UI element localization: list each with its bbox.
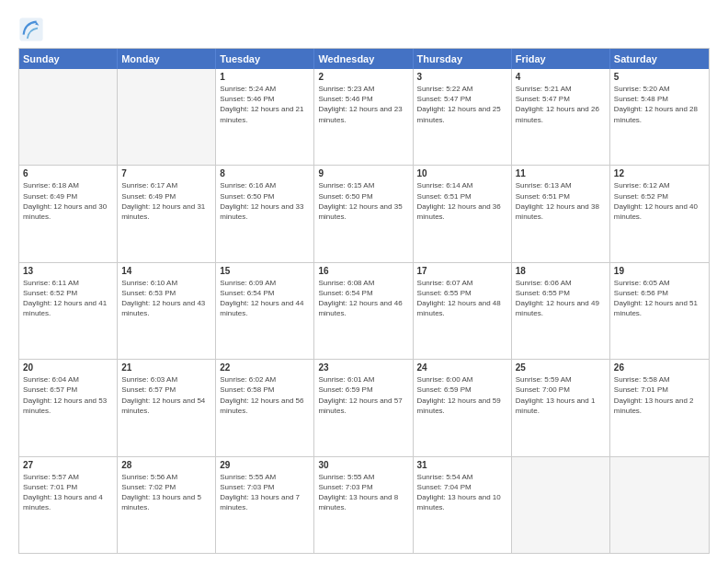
week-row-2: 6Sunrise: 6:18 AM Sunset: 6:49 PM Daylig… [19, 166, 709, 262]
day-info: Sunrise: 6:11 AM Sunset: 6:52 PM Dayligh… [23, 278, 113, 319]
day-cell-3: 3Sunrise: 5:22 AM Sunset: 5:47 PM Daylig… [414, 69, 512, 165]
day-header-saturday: Saturday [610, 49, 709, 69]
day-number: 28 [121, 460, 211, 470]
day-info: Sunrise: 6:08 AM Sunset: 6:54 PM Dayligh… [318, 278, 408, 319]
day-cell-18: 18Sunrise: 6:06 AM Sunset: 6:55 PM Dayli… [512, 263, 610, 359]
day-cell-21: 21Sunrise: 6:03 AM Sunset: 6:57 PM Dayli… [118, 360, 216, 455]
day-cell-14: 14Sunrise: 6:10 AM Sunset: 6:53 PM Dayli… [118, 263, 216, 359]
week-row-1: 1Sunrise: 5:24 AM Sunset: 5:46 PM Daylig… [19, 69, 709, 166]
empty-day-cell [118, 69, 216, 165]
day-cell-9: 9Sunrise: 6:15 AM Sunset: 6:50 PM Daylig… [314, 166, 413, 261]
header [18, 17, 710, 42]
day-cell-20: 20Sunrise: 6:04 AM Sunset: 6:57 PM Dayli… [19, 360, 118, 455]
day-number: 16 [318, 266, 408, 276]
day-header-monday: Monday [118, 49, 216, 69]
day-info: Sunrise: 6:03 AM Sunset: 6:57 PM Dayligh… [121, 374, 211, 416]
empty-day-cell [512, 457, 610, 553]
day-cell-7: 7Sunrise: 6:17 AM Sunset: 6:49 PM Daylig… [118, 166, 216, 261]
day-number: 7 [121, 168, 211, 178]
weeks: 1Sunrise: 5:24 AM Sunset: 5:46 PM Daylig… [19, 69, 709, 553]
day-cell-22: 22Sunrise: 6:02 AM Sunset: 6:58 PM Dayli… [216, 360, 314, 455]
day-cell-5: 5Sunrise: 5:20 AM Sunset: 5:48 PM Daylig… [610, 69, 709, 165]
day-info: Sunrise: 5:24 AM Sunset: 5:46 PM Dayligh… [220, 84, 310, 125]
day-cell-29: 29Sunrise: 5:55 AM Sunset: 7:03 PM Dayli… [216, 457, 314, 553]
day-info: Sunrise: 6:13 AM Sunset: 6:51 PM Dayligh… [516, 180, 606, 222]
day-cell-25: 25Sunrise: 5:59 AM Sunset: 7:00 PM Dayli… [512, 360, 610, 455]
day-number: 1 [220, 72, 310, 82]
day-cell-6: 6Sunrise: 6:18 AM Sunset: 6:49 PM Daylig… [19, 166, 118, 261]
day-number: 25 [516, 362, 606, 373]
empty-day-cell [19, 69, 118, 165]
day-cell-17: 17Sunrise: 6:07 AM Sunset: 6:55 PM Dayli… [414, 263, 512, 359]
day-number: 23 [318, 362, 408, 373]
day-cell-16: 16Sunrise: 6:08 AM Sunset: 6:54 PM Dayli… [314, 263, 413, 359]
day-info: Sunrise: 5:54 AM Sunset: 7:04 PM Dayligh… [417, 472, 507, 513]
day-number: 6 [23, 168, 113, 178]
day-info: Sunrise: 6:18 AM Sunset: 6:49 PM Dayligh… [23, 180, 113, 222]
empty-day-cell [610, 457, 709, 553]
day-cell-4: 4Sunrise: 5:21 AM Sunset: 5:47 PM Daylig… [512, 69, 610, 165]
day-cell-31: 31Sunrise: 5:54 AM Sunset: 7:04 PM Dayli… [414, 457, 512, 553]
day-info: Sunrise: 5:55 AM Sunset: 7:03 PM Dayligh… [220, 472, 310, 513]
day-number: 11 [516, 168, 606, 178]
day-info: Sunrise: 5:58 AM Sunset: 7:01 PM Dayligh… [614, 374, 705, 416]
day-number: 18 [516, 266, 606, 276]
day-header-thursday: Thursday [414, 49, 512, 69]
day-cell-30: 30Sunrise: 5:55 AM Sunset: 7:03 PM Dayli… [314, 457, 413, 553]
day-number: 15 [220, 266, 310, 276]
day-info: Sunrise: 6:05 AM Sunset: 6:56 PM Dayligh… [614, 278, 705, 319]
day-header-sunday: Sunday [19, 49, 118, 69]
day-number: 9 [318, 168, 408, 178]
day-cell-24: 24Sunrise: 6:00 AM Sunset: 6:59 PM Dayli… [414, 360, 512, 455]
day-number: 12 [614, 168, 705, 178]
day-info: Sunrise: 6:15 AM Sunset: 6:50 PM Dayligh… [318, 180, 408, 222]
day-number: 13 [23, 266, 113, 276]
day-number: 22 [220, 362, 310, 373]
day-info: Sunrise: 6:07 AM Sunset: 6:55 PM Dayligh… [417, 278, 507, 319]
page: SundayMondayTuesdayWednesdayThursdayFrid… [0, 0, 728, 563]
day-info: Sunrise: 6:14 AM Sunset: 6:51 PM Dayligh… [417, 180, 507, 222]
day-number: 21 [121, 362, 211, 373]
day-headers: SundayMondayTuesdayWednesdayThursdayFrid… [19, 49, 709, 69]
day-info: Sunrise: 6:06 AM Sunset: 6:55 PM Dayligh… [516, 278, 606, 319]
week-row-5: 27Sunrise: 5:57 AM Sunset: 7:01 PM Dayli… [19, 457, 709, 553]
logo-icon [18, 17, 44, 42]
day-info: Sunrise: 6:16 AM Sunset: 6:50 PM Dayligh… [220, 180, 310, 222]
day-header-friday: Friday [512, 49, 610, 69]
day-cell-2: 2Sunrise: 5:23 AM Sunset: 5:46 PM Daylig… [314, 69, 413, 165]
day-cell-1: 1Sunrise: 5:24 AM Sunset: 5:46 PM Daylig… [216, 69, 314, 165]
day-cell-11: 11Sunrise: 6:13 AM Sunset: 6:51 PM Dayli… [512, 166, 610, 261]
day-cell-27: 27Sunrise: 5:57 AM Sunset: 7:01 PM Dayli… [19, 457, 118, 553]
day-info: Sunrise: 5:57 AM Sunset: 7:01 PM Dayligh… [23, 472, 113, 513]
day-number: 8 [220, 168, 310, 178]
day-info: Sunrise: 6:00 AM Sunset: 6:59 PM Dayligh… [417, 374, 507, 416]
day-info: Sunrise: 5:56 AM Sunset: 7:02 PM Dayligh… [121, 472, 211, 513]
day-info: Sunrise: 6:09 AM Sunset: 6:54 PM Dayligh… [220, 278, 310, 319]
day-number: 5 [614, 72, 705, 82]
day-info: Sunrise: 5:20 AM Sunset: 5:48 PM Dayligh… [614, 84, 705, 125]
day-header-wednesday: Wednesday [314, 49, 413, 69]
day-cell-12: 12Sunrise: 6:12 AM Sunset: 6:52 PM Dayli… [610, 166, 709, 261]
logo [18, 17, 48, 42]
day-number: 29 [220, 460, 310, 470]
day-number: 31 [417, 460, 507, 470]
calendar: SundayMondayTuesdayWednesdayThursdayFrid… [18, 48, 710, 554]
day-number: 30 [318, 460, 408, 470]
day-number: 26 [614, 362, 705, 373]
day-info: Sunrise: 6:04 AM Sunset: 6:57 PM Dayligh… [23, 374, 113, 416]
day-number: 2 [318, 72, 408, 82]
day-info: Sunrise: 6:02 AM Sunset: 6:58 PM Dayligh… [220, 374, 310, 416]
day-info: Sunrise: 6:10 AM Sunset: 6:53 PM Dayligh… [121, 278, 211, 319]
day-number: 19 [614, 266, 705, 276]
day-info: Sunrise: 6:01 AM Sunset: 6:59 PM Dayligh… [318, 374, 408, 416]
day-cell-23: 23Sunrise: 6:01 AM Sunset: 6:59 PM Dayli… [314, 360, 413, 455]
day-number: 10 [417, 168, 507, 178]
svg-rect-0 [19, 17, 42, 40]
day-info: Sunrise: 5:59 AM Sunset: 7:00 PM Dayligh… [516, 374, 606, 416]
week-row-4: 20Sunrise: 6:04 AM Sunset: 6:57 PM Dayli… [19, 360, 709, 456]
day-header-tuesday: Tuesday [216, 49, 314, 69]
day-number: 27 [23, 460, 113, 470]
day-cell-19: 19Sunrise: 6:05 AM Sunset: 6:56 PM Dayli… [610, 263, 709, 359]
day-number: 14 [121, 266, 211, 276]
day-number: 24 [417, 362, 507, 373]
